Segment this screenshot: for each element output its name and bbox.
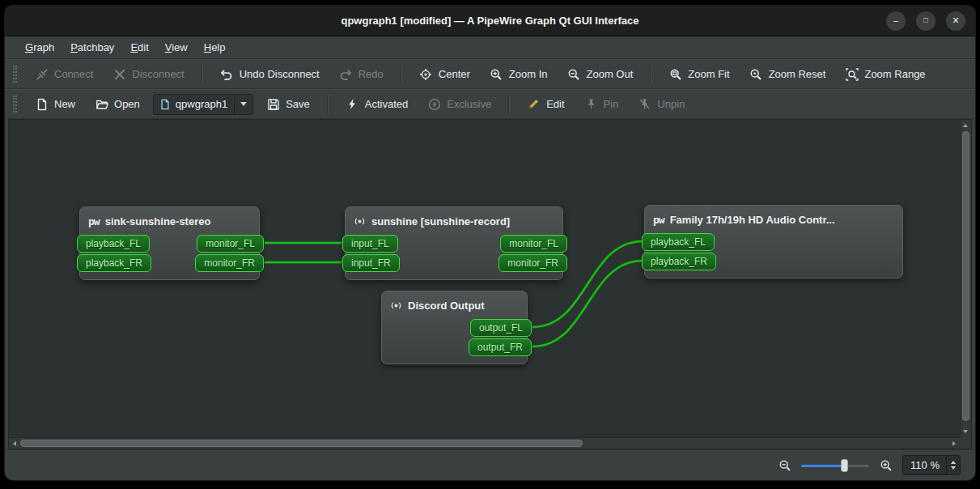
- zoom-out-button[interactable]: Zoom Out: [561, 63, 640, 86]
- scrollbar-corner: [960, 437, 971, 449]
- menubar: Graph Patchbay Edit View Help: [5, 36, 975, 59]
- horizontal-scrollbar[interactable]: [9, 437, 960, 449]
- node-family-hd-audio[interactable]: pw Family 17h/19h HD Audio Contr... play…: [644, 205, 903, 279]
- redo-label: Redo: [358, 68, 384, 80]
- vertical-scrollbar[interactable]: [960, 120, 971, 437]
- center-icon: [419, 67, 433, 81]
- zoom-reset-label: Zoom Reset: [769, 68, 826, 80]
- node-header[interactable]: sunshine [sunshine-record]: [346, 207, 562, 235]
- undo-disconnect-button[interactable]: Undo Disconnect: [214, 63, 326, 86]
- port-monitor_FR[interactable]: monitor_FR: [498, 254, 567, 272]
- minimize-button[interactable]: –: [886, 11, 906, 31]
- slider-handle[interactable]: [841, 459, 848, 472]
- exclusive-toggle[interactable]: Exclusive: [421, 93, 498, 116]
- session-combo[interactable]: qpwgraph1: [153, 94, 253, 115]
- maximize-button[interactable]: □: [916, 11, 935, 31]
- toolbar-grip[interactable]: [13, 96, 17, 113]
- toolbar-separator: [401, 65, 402, 83]
- port-monitor_FL[interactable]: monitor_FL: [197, 235, 264, 253]
- save-icon: [266, 97, 280, 111]
- port-monitor_FR[interactable]: monitor_FR: [195, 254, 264, 272]
- disconnect-button[interactable]: Disconnect: [106, 63, 190, 86]
- new-button[interactable]: New: [28, 93, 82, 116]
- scroll-left-arrow[interactable]: [9, 438, 20, 449]
- save-button[interactable]: Save: [260, 93, 316, 116]
- port-playback_FL[interactable]: playback_FL: [642, 233, 715, 251]
- toolbar-grip[interactable]: [13, 66, 17, 83]
- scroll-down-arrow[interactable]: [960, 426, 971, 437]
- center-label: Center: [439, 68, 470, 80]
- chevron-down-icon: [234, 95, 247, 114]
- edit-pencil-icon: [527, 97, 541, 111]
- connect-button[interactable]: Connect: [28, 63, 100, 86]
- qpwgraph-window: qpwgraph1 [modified] — A PipeWire Graph …: [5, 6, 975, 480]
- menu-edit[interactable]: Edit: [123, 39, 155, 56]
- file-toolbar: New Open qpwgraph1 Save Act: [5, 89, 975, 119]
- menu-view[interactable]: View: [158, 39, 195, 56]
- zoom-spinbox[interactable]: 110 %: [902, 455, 961, 475]
- close-button[interactable]: ✕: [946, 11, 965, 31]
- menu-help[interactable]: Help: [197, 39, 233, 56]
- edit-label: Edit: [546, 98, 564, 110]
- node-header[interactable]: pw Family 17h/19h HD Audio Contr...: [645, 206, 902, 233]
- port-monitor_FL[interactable]: monitor_FL: [500, 235, 567, 253]
- port-input_FR[interactable]: input_FR: [342, 254, 400, 272]
- node-title: Family 17h/19h HD Audio Contr...: [670, 214, 835, 226]
- node-title: sink-sunshine-stereo: [105, 215, 211, 227]
- spin-down-arrow[interactable]: [951, 466, 956, 470]
- port-input_FL[interactable]: input_FL: [342, 235, 398, 253]
- slider-fill: [801, 465, 843, 467]
- activated-label: Activated: [365, 98, 408, 110]
- port-output_FR[interactable]: output_FR: [469, 338, 532, 356]
- exclusive-icon: [427, 97, 441, 111]
- pin-icon: [584, 97, 598, 111]
- window-title: qpwgraph1 [modified] — A PipeWire Graph …: [341, 15, 638, 27]
- graph-canvas[interactable]: pw sink-sunshine-stereo playback_FL play…: [9, 120, 960, 437]
- zoom-in-button[interactable]: Zoom In: [483, 63, 554, 86]
- node-sink-sunshine-stereo[interactable]: pw sink-sunshine-stereo playback_FL play…: [79, 206, 260, 280]
- port-output_FL[interactable]: output_FL: [470, 319, 532, 337]
- menu-patchbay[interactable]: Patchbay: [63, 39, 121, 56]
- unpin-button[interactable]: Unpin: [631, 93, 691, 116]
- horizontal-scroll-thumb[interactable]: [20, 440, 583, 447]
- pipewire-icon: pw: [88, 215, 100, 227]
- file-icon: [159, 99, 171, 110]
- edit-button[interactable]: Edit: [520, 93, 571, 116]
- scroll-up-arrow[interactable]: [960, 120, 971, 131]
- pin-label: Pin: [604, 98, 619, 110]
- undo-icon: [220, 67, 234, 81]
- zoom-range-label: Zoom Range: [864, 68, 925, 80]
- node-sunshine-record[interactable]: sunshine [sunshine-record] input_FL inpu…: [345, 206, 563, 280]
- statusbar: 110 %: [5, 449, 975, 480]
- magnifier-minus-icon: [778, 458, 791, 472]
- zoom-slider[interactable]: [801, 458, 869, 473]
- open-button[interactable]: Open: [88, 93, 146, 116]
- scroll-right-arrow[interactable]: [948, 438, 960, 449]
- node-header[interactable]: pw sink-sunshine-stereo: [80, 207, 259, 235]
- activated-lightning-icon: [346, 97, 359, 111]
- disconnect-icon: [112, 67, 126, 81]
- activated-toggle[interactable]: Activated: [339, 93, 414, 116]
- window-controls: – □ ✕: [886, 6, 965, 36]
- center-button[interactable]: Center: [413, 63, 477, 86]
- menu-graph[interactable]: Graph: [18, 39, 62, 56]
- pin-button[interactable]: Pin: [578, 93, 626, 116]
- zoom-fit-button[interactable]: Zoom Fit: [662, 63, 736, 86]
- vertical-scroll-thumb[interactable]: [962, 131, 969, 421]
- node-title: sunshine [sunshine-record]: [371, 215, 510, 227]
- node-discord-output[interactable]: Discord Output output_FL output_FR: [381, 291, 528, 364]
- port-playback_FR[interactable]: playback_FR: [642, 253, 716, 270]
- close-icon: ✕: [952, 16, 959, 25]
- node-header[interactable]: Discord Output: [382, 291, 527, 319]
- titlebar[interactable]: qpwgraph1 [modified] — A PipeWire Graph …: [5, 6, 975, 36]
- record-icon: [390, 300, 402, 312]
- spin-up-arrow[interactable]: [951, 461, 956, 464]
- redo-button[interactable]: Redo: [333, 63, 390, 86]
- zoom-reset-button[interactable]: Zoom Reset: [743, 63, 833, 86]
- port-playback_FR[interactable]: playback_FR: [77, 254, 151, 272]
- port-playback_FL[interactable]: playback_FL: [77, 235, 150, 253]
- zoom-range-button[interactable]: Zoom Range: [838, 63, 931, 86]
- pipewire-icon: pw: [653, 214, 664, 226]
- zoom-fit-icon: [668, 67, 682, 81]
- session-combo-value: qpwgraph1: [176, 98, 227, 110]
